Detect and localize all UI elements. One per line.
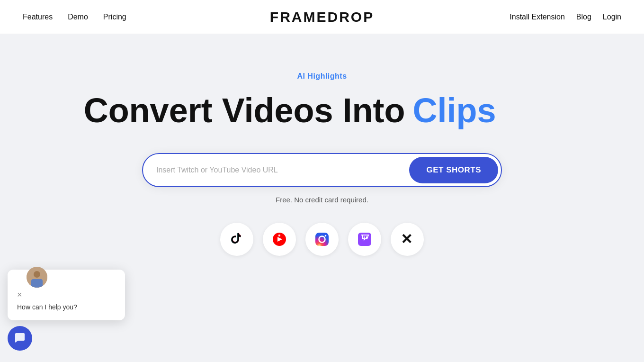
chat-popup: × How can I help you? [8, 270, 125, 320]
hero-tag: AI Highlights [297, 72, 347, 81]
nav-login[interactable]: Login [603, 13, 621, 21]
svg-rect-1 [278, 235, 280, 236]
free-note: Free. No credit card required. [276, 196, 368, 204]
rotating-word-container: Clips Anything Clips [412, 90, 560, 130]
svg-rect-6 [364, 236, 365, 238]
svg-point-4 [325, 235, 327, 237]
nav-demo[interactable]: Demo [68, 13, 88, 21]
rotating-word-clips: Clips [412, 90, 560, 130]
hero-title-prefix: Convert Videos Into [84, 93, 405, 127]
nav-blog[interactable]: Blog [576, 13, 591, 21]
site-logo[interactable]: FRAMEDROP [270, 9, 374, 25]
svg-point-10 [34, 271, 40, 278]
platform-x-twitter[interactable]: ✕ [391, 223, 424, 256]
url-input[interactable] [143, 154, 406, 186]
platform-tiktok[interactable] [220, 223, 253, 256]
instagram-icon [313, 231, 331, 248]
hero-title: Convert Videos Into Clips Anything Clips [84, 90, 561, 130]
chat-avatar [27, 267, 47, 288]
youtube-shorts-icon [271, 231, 288, 248]
platforms-row: ✕ [220, 223, 424, 256]
avatar-image [27, 267, 47, 288]
platform-instagram[interactable] [305, 223, 339, 256]
nav-left: Features Demo Pricing [23, 13, 126, 21]
platform-youtube-shorts[interactable] [263, 223, 296, 256]
svg-rect-2 [315, 233, 329, 246]
svg-text:✕: ✕ [401, 231, 412, 247]
tiktok-icon [228, 231, 245, 248]
chat-bubble-button[interactable] [8, 326, 32, 351]
hero-title-container: Convert Videos Into Clips Anything Clips [84, 90, 561, 130]
rotating-words: Clips Anything Clips [412, 90, 560, 130]
url-form: GET SHORTS [142, 153, 502, 187]
nav-pricing[interactable]: Pricing [103, 13, 126, 21]
nav-install-extension[interactable]: Install Extension [510, 13, 565, 21]
chat-close-button[interactable]: × [17, 290, 22, 299]
x-twitter-icon: ✕ [399, 231, 416, 248]
chat-bubble-icon [14, 332, 26, 344]
nav-features[interactable]: Features [23, 13, 53, 21]
twitch-icon [356, 231, 373, 248]
svg-rect-7 [366, 236, 367, 238]
svg-rect-12 [31, 279, 43, 288]
chat-message: How can I help you? [17, 303, 116, 311]
navbar: Features Demo Pricing FRAMEDROP Install … [0, 0, 644, 34]
get-shorts-button[interactable]: GET SHORTS [409, 157, 498, 183]
nav-right: Install Extension Blog Login [510, 13, 621, 21]
platform-twitch[interactable] [348, 223, 381, 256]
